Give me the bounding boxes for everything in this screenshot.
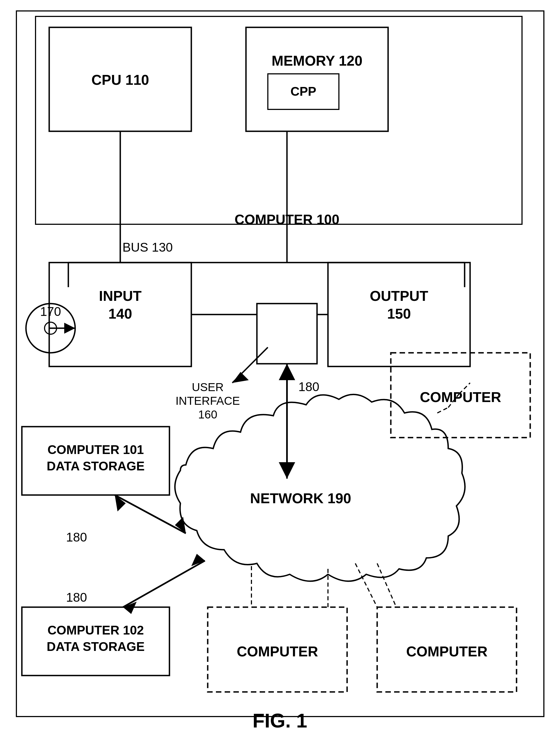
bus-label: BUS 130	[122, 240, 173, 254]
computer-bottom-right-label: COMPUTER	[406, 644, 488, 659]
svg-line-41	[377, 563, 396, 607]
svg-marker-17	[279, 462, 295, 478]
output-num-label: 150	[387, 306, 411, 322]
svg-line-29	[437, 407, 448, 413]
svg-line-40	[355, 563, 377, 607]
input-num-label: 140	[108, 306, 132, 322]
output-label: OUTPUT	[370, 288, 428, 304]
cpu-label: CPU 110	[92, 72, 149, 88]
fig-label: FIG. 1	[252, 710, 307, 731]
svg-rect-1	[35, 17, 522, 224]
svg-rect-12	[257, 304, 317, 364]
svg-line-25	[115, 495, 186, 533]
network-label: NETWORK 190	[250, 490, 351, 506]
label-170: 170	[40, 304, 61, 319]
ui-label: USER	[192, 381, 224, 394]
svg-marker-16	[279, 364, 295, 380]
computer101-label2: DATA STORAGE	[47, 459, 145, 473]
input-label: INPUT	[99, 288, 142, 304]
svg-line-33	[123, 561, 205, 607]
svg-marker-19	[232, 372, 249, 383]
computer102-label: COMPUTER 102	[48, 623, 144, 637]
computer-right-label: COMPUTER	[420, 389, 501, 405]
label-180c: 180	[66, 590, 87, 604]
computer-bottom-mid-label: COMPUTER	[237, 644, 318, 659]
ui-label2: INTERFACE	[175, 394, 240, 407]
label-180a: 180	[298, 380, 319, 394]
computer102-label2: DATA STORAGE	[47, 639, 145, 654]
cpp-label: CPP	[291, 84, 316, 98]
diagram-container: CPU 110 MEMORY 120 CPP COMPUTER 100 BUS …	[0, 0, 560, 748]
ui-label3: 160	[198, 408, 217, 421]
diagram-svg: CPU 110 MEMORY 120 CPP COMPUTER 100 BUS …	[0, 0, 560, 748]
memory-label: MEMORY 120	[272, 53, 362, 69]
computer101-label: COMPUTER 101	[48, 443, 144, 457]
svg-marker-23	[64, 323, 75, 334]
label-180b: 180	[66, 530, 87, 544]
